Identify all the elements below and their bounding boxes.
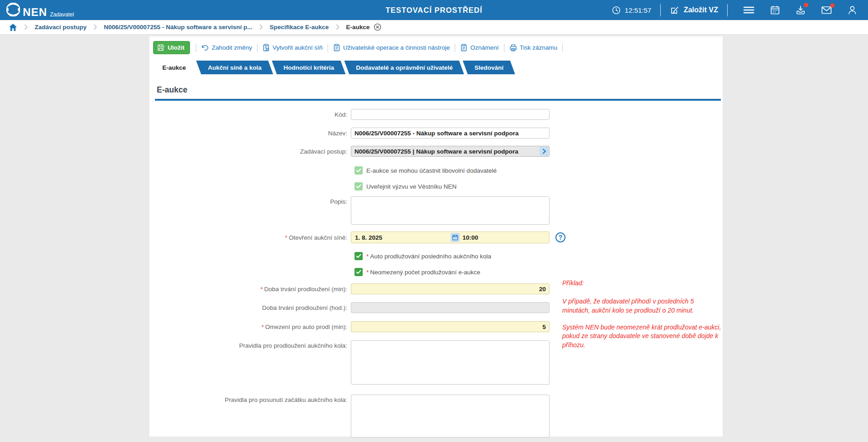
breadcrumb-item[interactable]: Specifikace E-aukce <box>270 24 329 31</box>
main-menu-button[interactable] <box>743 5 755 15</box>
check-icon <box>356 168 361 173</box>
breadcrumb-item[interactable]: Zadávací postupy <box>35 24 87 31</box>
otevreni-datetime-field: 1. 8. 2025 10:00 <box>351 231 550 243</box>
user-operations-button[interactable]: Uživatelské operace a činnosti nástroje <box>333 44 450 51</box>
check-icon <box>356 270 361 274</box>
calendar-button[interactable] <box>770 5 780 15</box>
form-row-zadavaci-postup: Zadávací postup: <box>149 146 723 157</box>
downloads-button[interactable] <box>796 5 806 15</box>
checkbox-row-neomezeny: *Neomezený počet prodlužování e-aukce <box>354 268 723 276</box>
print-record-button[interactable]: Tisk záznamu <box>509 44 558 51</box>
libovolni-checkbox <box>354 166 363 175</box>
notices-button[interactable]: Oznámení <box>460 44 498 51</box>
doba-hod-label: Doba trvání prodloužení (hod.): <box>149 304 351 311</box>
clock-time: 12:51:57 <box>625 6 651 14</box>
nazev-label: Název: <box>149 130 351 137</box>
notice-icon <box>460 44 467 51</box>
example-paragraph-1: V případě, že dodavatel přihodí v posled… <box>562 297 723 315</box>
divider <box>257 44 257 52</box>
pravidla-prodlouzeni-textarea[interactable] <box>351 340 550 385</box>
otevreni-date-value[interactable]: 1. 8. 2025 <box>351 234 451 241</box>
divider <box>455 44 455 52</box>
messages-button[interactable] <box>821 5 832 15</box>
otevreni-time-value[interactable]: 10:00 <box>462 234 549 241</box>
omezeni-input[interactable] <box>351 321 550 332</box>
user-profile-button[interactable] <box>847 5 857 15</box>
create-auction-room-button[interactable]: Vytvořit aukční síň <box>262 44 323 51</box>
pravidla-posunuti-label: Pravidla pro posunutí začátku aukčního k… <box>149 395 351 403</box>
save-button[interactable]: Uložit <box>153 41 190 54</box>
tab-label: Hodnotící kritéria <box>283 64 334 71</box>
close-tab-button[interactable] <box>374 23 381 31</box>
chevron-right-icon <box>259 24 263 30</box>
home-icon[interactable] <box>9 23 17 31</box>
example-paragraph-2: Systém NEN bude neomezeně krát prodlužov… <box>562 323 723 349</box>
check-icon <box>356 254 361 258</box>
form-row-popis: Popis: <box>149 196 723 225</box>
create-auction-room-label: Vytvořit aukční síň <box>272 44 323 51</box>
e-auction-form: Kód: Název: Zadávací postup: E-aukce <box>149 101 723 437</box>
discard-changes-button[interactable]: Zahodit změny <box>201 44 252 51</box>
chevron-right-icon <box>93 24 97 30</box>
form-row-kod: Kód: <box>149 109 723 120</box>
breadcrumb-item[interactable]: N006/25/V00007255 - Nákup software a ser… <box>104 24 252 31</box>
nen-logo[interactable]: NEN Zadavatel <box>6 3 74 18</box>
notification-badge <box>804 3 808 7</box>
required-marker: * <box>366 269 369 276</box>
auction-room-icon <box>262 44 270 51</box>
tab-e-aukce[interactable]: E-aukce <box>151 61 198 74</box>
neomezeny-checkbox[interactable] <box>354 268 363 276</box>
nazev-input[interactable] <box>351 128 550 139</box>
tab-aukcni-sine-a-kola[interactable]: Aukční síně a kola <box>196 61 273 74</box>
create-vz-label: Založit VZ <box>683 6 718 14</box>
discard-changes-label: Zahodit změny <box>212 44 252 51</box>
chevron-right-icon <box>336 24 339 30</box>
date-picker-button[interactable] <box>451 233 460 242</box>
popis-textarea[interactable] <box>351 196 550 225</box>
form-row-nazev: Název: <box>149 128 723 139</box>
doba-min-label: *Doba trvání prodloužení (min): <box>149 286 351 293</box>
help-icon[interactable]: ? <box>555 232 565 242</box>
top-header-bar: NEN Zadavatel TESTOVACÍ PROSTŘEDÍ 12:51:… <box>0 0 868 20</box>
open-detail-button[interactable] <box>539 147 549 156</box>
tab-strip: E-aukce Aukční síně a kola Hodnotící kri… <box>153 61 723 74</box>
divider <box>562 44 563 52</box>
tab-dodavatele-a-opravneni-uzivatele[interactable]: Dodavatelé a oprávnění uživatelé <box>344 61 464 74</box>
tab-sledovani[interactable]: Sledování <box>462 61 515 74</box>
print-icon <box>509 44 517 51</box>
divider <box>504 44 504 52</box>
kod-input[interactable] <box>351 109 550 120</box>
server-clock: 12:51:57 <box>612 6 651 15</box>
chevron-right-icon <box>24 24 28 30</box>
brand-name: NEN <box>23 7 47 18</box>
menu-icon <box>743 5 755 15</box>
auto-prodluzovani-checkbox-label: *Auto prodlužování posledního aukčního k… <box>366 253 491 260</box>
tab-label: Dodavatelé a oprávnění uživatelé <box>356 64 452 71</box>
environment-title: TESTOVACÍ PROSTŘEDÍ <box>385 6 483 15</box>
divider <box>660 4 661 16</box>
neomezeny-checkbox-label: *Neomezený počet prodlužování e-aukce <box>366 269 480 276</box>
tab-hodnotici-kriteria[interactable]: Hodnotící kritéria <box>272 61 345 74</box>
tab-label: E-aukce <box>162 64 186 71</box>
create-vz-button[interactable]: Založit VZ <box>670 5 718 15</box>
required-marker: * <box>285 234 287 241</box>
tab-label: Aukční síně a kola <box>208 64 262 71</box>
check-icon <box>356 184 361 189</box>
edit-icon <box>670 5 679 15</box>
tab-label: Sledování <box>474 64 503 71</box>
required-marker: * <box>366 253 369 260</box>
kod-label: Kód: <box>149 111 351 118</box>
print-record-label: Tisk záznamu <box>520 44 558 51</box>
page-title: E-aukce <box>157 85 723 95</box>
notification-badge <box>830 3 835 8</box>
calendar-icon <box>770 5 780 15</box>
form-row-pravidla-posunuti: Pravidla pro posunutí začátku aukčního k… <box>149 395 723 437</box>
checkbox-row-auto-prodluzovani: *Auto prodlužování posledního aukčního k… <box>354 252 723 260</box>
doba-min-input[interactable] <box>351 283 550 294</box>
auto-prodluzovani-checkbox[interactable] <box>354 252 363 260</box>
pravidla-posunuti-textarea[interactable] <box>351 395 550 437</box>
required-marker: * <box>260 286 262 293</box>
zadavaci-postup-input[interactable] <box>351 146 550 157</box>
notices-label: Oznámení <box>470 44 498 51</box>
required-marker: * <box>262 324 264 330</box>
